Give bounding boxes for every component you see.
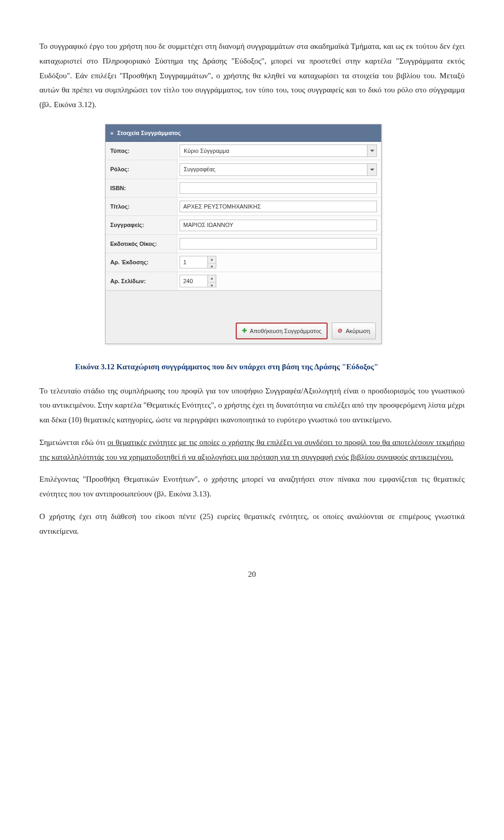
- form-panel-title: Στοιχεία Συγγράμματος: [117, 130, 181, 136]
- label-edition: Αρ. Έκδοσης:: [106, 253, 177, 271]
- figure-caption: Εικόνα 3.12 Καταχώριση συγγράμματος που …: [75, 360, 465, 375]
- pages-value: 240: [180, 275, 207, 287]
- cancel-icon: ⊘: [338, 328, 342, 334]
- label-type: Τύπος:: [106, 142, 177, 160]
- spinner-up-icon[interactable]: ▲: [208, 275, 216, 282]
- text-run: Σημειώνεται εδώ ότι: [39, 438, 107, 447]
- label-isbn: ISBN:: [106, 179, 177, 197]
- edition-value: 1: [180, 256, 207, 268]
- body-paragraph: Σημειώνεται εδώ ότι οι θεματικές ενότητε…: [39, 435, 465, 465]
- label-authors: Συγγραφείς:: [106, 216, 177, 234]
- spinner-down-icon[interactable]: ▼: [208, 263, 216, 271]
- body-paragraph: Το τελευταίο στάδιο της συμπλήρωσης του …: [39, 384, 465, 428]
- label-pages: Αρ. Σελίδων:: [106, 272, 177, 290]
- authors-input[interactable]: ΜΑΡΙΟΣ ΙΩΑΝΝΟΥ: [180, 220, 377, 231]
- cancel-button-label: Ακύρωση: [345, 326, 370, 336]
- type-select[interactable]: Κύριο Σύγγραμμα: [180, 144, 377, 157]
- spinner-up-icon[interactable]: ▲: [208, 256, 216, 263]
- plus-icon: ✚: [242, 328, 247, 334]
- label-title: Τίτλος:: [106, 198, 177, 215]
- publisher-input[interactable]: [180, 238, 377, 250]
- role-select[interactable]: Συγγραφέας: [180, 163, 377, 176]
- chevron-down-icon[interactable]: [367, 164, 376, 175]
- type-select-value: Κύριο Σύγγραμμα: [180, 145, 367, 157]
- form-panel-header: » Στοιχεία Συγγράμματος: [106, 125, 381, 142]
- role-select-value: Συγγραφέας: [180, 164, 367, 175]
- header-chevron-icon: »: [110, 130, 113, 136]
- cancel-button[interactable]: ⊘ Ακύρωση: [332, 323, 376, 339]
- spinner-down-icon[interactable]: ▼: [208, 282, 216, 289]
- title-input[interactable]: ΑΡΧΕΣ ΡΕΥΣΤΟΜΗΧΑΝΙΚΗΣ: [180, 201, 377, 212]
- chevron-down-icon[interactable]: [367, 145, 376, 157]
- body-paragraph: Ο χρήστης έχει στη διάθεσή του είκοσι πέ…: [39, 510, 465, 539]
- label-role: Ρόλος:: [106, 160, 177, 178]
- form-screenshot: » Στοιχεία Συγγράμματος Τύπος: Κύριο Σύγ…: [105, 124, 399, 344]
- label-publisher: Εκδοτικός Οίκος:: [106, 235, 177, 253]
- body-paragraph: To συγγραφικό έργο του χρήστη που δε συμ…: [39, 39, 465, 112]
- page-number: 20: [39, 567, 465, 582]
- button-bar: ✚ Αποθήκευση Συγγράμματος ⊘ Ακύρωση: [106, 291, 381, 344]
- isbn-input[interactable]: [180, 182, 377, 194]
- save-button-label: Αποθήκευση Συγγράμματος: [250, 326, 322, 336]
- save-button[interactable]: ✚ Αποθήκευση Συγγράμματος: [236, 323, 328, 339]
- form-panel: » Στοιχεία Συγγράμματος Τύπος: Κύριο Σύγ…: [105, 124, 382, 344]
- body-paragraph: Επιλέγοντας "Προσθήκη Θεματικών Ενοτήτων…: [39, 472, 465, 502]
- pages-stepper[interactable]: 240 ▲ ▼: [180, 275, 216, 287]
- edition-stepper[interactable]: 1 ▲ ▼: [180, 256, 216, 268]
